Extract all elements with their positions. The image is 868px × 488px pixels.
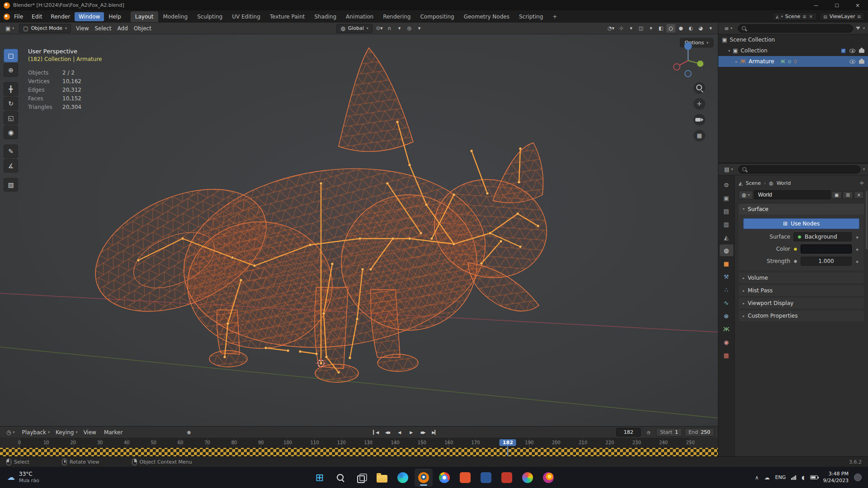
menu-item[interactable]: Help: [104, 12, 125, 21]
shading-dropdown[interactable]: ▾: [706, 24, 715, 33]
fake-user-icon[interactable]: ▣: [831, 191, 842, 199]
workspace-tab[interactable]: Geometry Nodes: [459, 11, 514, 22]
menu-item[interactable]: File: [10, 12, 27, 21]
toggle-ortho-icon[interactable]: ▦: [693, 130, 705, 141]
blender-menu-icon[interactable]: [4, 14, 10, 20]
notification-icon[interactable]: [854, 474, 862, 481]
tool-select-box[interactable]: ▢: [4, 49, 18, 62]
outliner-search-box[interactable]: [738, 24, 853, 33]
language-indicator[interactable]: ENG: [775, 474, 786, 480]
workspace-tab[interactable]: Animation: [341, 11, 378, 22]
strength-field[interactable]: 1.000: [801, 257, 852, 266]
weather-widget[interactable]: ☁ 33°C Mưa rào: [0, 471, 47, 484]
use-preview-range-toggle[interactable]: ◷: [643, 428, 654, 436]
viewport-menu-item[interactable]: Add: [115, 24, 131, 33]
frame-ruler[interactable]: 0102030405060708090100110120130140150160…: [19, 438, 690, 448]
workspace-tab[interactable]: +: [548, 11, 561, 22]
tab-texture[interactable]: ▦: [720, 349, 733, 361]
menu-item[interactable]: Render: [47, 12, 74, 21]
tab-view-layer[interactable]: ▥: [720, 218, 733, 230]
firefox-icon[interactable]: [539, 469, 557, 487]
show-overlays-toggle[interactable]: ◫: [637, 24, 646, 33]
tool-move[interactable]: ╋: [4, 82, 18, 96]
tab-material[interactable]: ◉: [720, 336, 733, 348]
breadcrumb-world[interactable]: World: [777, 180, 791, 186]
timeline-menu-item[interactable]: Keying▾: [53, 428, 80, 436]
properties-search-box[interactable]: [738, 165, 860, 174]
show-gizmos-toggle[interactable]: ⊹: [617, 24, 626, 33]
shading-material-button[interactable]: ◐: [686, 24, 695, 33]
timeline-editor-type-button[interactable]: ◷ ▾: [4, 428, 18, 436]
navigation-gizmo[interactable]: [669, 41, 707, 79]
edge-icon[interactable]: [394, 469, 412, 487]
play-button[interactable]: ▶: [406, 428, 416, 436]
timeline-body[interactable]: 0102030405060708090100110120130140150160…: [0, 438, 718, 457]
scrollbar[interactable]: [866, 191, 868, 249]
tab-constraints[interactable]: ⊛: [720, 310, 733, 322]
battery-icon[interactable]: [810, 475, 818, 479]
outliner-search-input[interactable]: [749, 26, 849, 31]
next-keyframe-button[interactable]: ▪▶: [417, 428, 428, 436]
outliner-row-collection[interactable]: ▾ ▣ Collection: [718, 45, 868, 56]
panel-custom-properties[interactable]: ▸ Custom Properties: [739, 310, 864, 321]
surface-shader-dropdown[interactable]: Background: [793, 232, 852, 241]
new-datablock-icon[interactable]: ⊞: [843, 191, 853, 199]
app-icon-orange[interactable]: [456, 469, 474, 487]
new-scene-icon[interactable]: ⊞: [802, 14, 806, 19]
viewport-menu-item[interactable]: Select: [92, 24, 114, 33]
timeline-menu-item[interactable]: View: [80, 428, 100, 436]
workspace-tab[interactable]: Texture Paint: [265, 11, 309, 22]
browse-world-button[interactable]: ◍ ▾: [739, 191, 753, 199]
start-button[interactable]: ⊞: [311, 469, 329, 487]
close-button[interactable]: ×: [847, 0, 868, 10]
pivot-point-dropdown[interactable]: ⊙▾: [375, 24, 384, 33]
hide-in-viewport-icon[interactable]: [849, 49, 855, 53]
frame-end-field[interactable]: End 250: [684, 428, 714, 436]
tab-particles[interactable]: ∴: [720, 284, 733, 296]
pin-icon[interactable]: ✛: [860, 180, 864, 186]
tab-output[interactable]: ▤: [720, 205, 733, 217]
maximize-button[interactable]: □: [826, 0, 847, 10]
world-color-swatch[interactable]: [801, 244, 852, 253]
pan-hand-icon[interactable]: ✛: [693, 98, 705, 110]
menu-item[interactable]: Edit: [28, 12, 46, 21]
tool-rotate[interactable]: ↻: [4, 97, 18, 110]
unlink-icon[interactable]: ×: [854, 191, 864, 199]
surface-panel-header[interactable]: ▾ Surface: [739, 204, 864, 214]
tab-world[interactable]: ◍: [720, 244, 733, 256]
animate-dot-icon[interactable]: ●: [855, 235, 859, 239]
app-icon-multicolor[interactable]: [519, 469, 537, 487]
tab-scene[interactable]: ◭: [720, 231, 733, 243]
file-explorer-icon[interactable]: [373, 469, 391, 487]
network-icon[interactable]: [791, 475, 796, 480]
exclude-checkbox[interactable]: [841, 48, 846, 53]
menu-item[interactable]: Window: [75, 12, 104, 21]
blender-icon[interactable]: [415, 469, 433, 487]
disable-in-render-icon[interactable]: [859, 60, 864, 64]
task-view-button[interactable]: [352, 469, 370, 487]
play-reverse-button[interactable]: ◀: [394, 428, 405, 436]
workspace-tab[interactable]: Compositing: [415, 11, 458, 22]
new-viewlayer-icon[interactable]: ⊞: [857, 14, 861, 19]
tab-modifiers[interactable]: ⚒: [720, 271, 733, 282]
workspace-tab[interactable]: Scripting: [514, 11, 547, 22]
animate-dot-icon[interactable]: ●: [855, 260, 859, 263]
use-nodes-button[interactable]: ⊞ Use Nodes: [743, 218, 859, 229]
workspace-tab[interactable]: Layout: [131, 11, 158, 22]
expand-icon[interactable]: ▾: [728, 49, 730, 53]
tool-scale[interactable]: ◱: [4, 111, 18, 125]
shading-rendered-button[interactable]: ◕: [696, 24, 705, 33]
outliner-editor-type-button[interactable]: ≡ ▾: [722, 24, 735, 33]
gizmos-dropdown[interactable]: ▾: [627, 24, 636, 33]
animate-dot-icon[interactable]: ●: [855, 248, 859, 251]
frame-start-field[interactable]: Start 1: [656, 428, 682, 436]
tab-render[interactable]: ▣: [720, 192, 733, 204]
editor-type-button[interactable]: ▣ ▾: [3, 24, 17, 33]
prev-keyframe-button[interactable]: ◀▪: [382, 428, 393, 436]
workspace-tab[interactable]: UV Editing: [227, 11, 265, 22]
keyframe-strip[interactable]: [0, 448, 718, 457]
viewport-3d[interactable]: User Perspective (182) Collection | Arma…: [0, 34, 718, 426]
tool-annotate[interactable]: ✎: [4, 145, 18, 158]
snap-settings-dropdown[interactable]: ▾: [395, 24, 404, 33]
proportional-editing-toggle[interactable]: ◎: [405, 24, 414, 33]
